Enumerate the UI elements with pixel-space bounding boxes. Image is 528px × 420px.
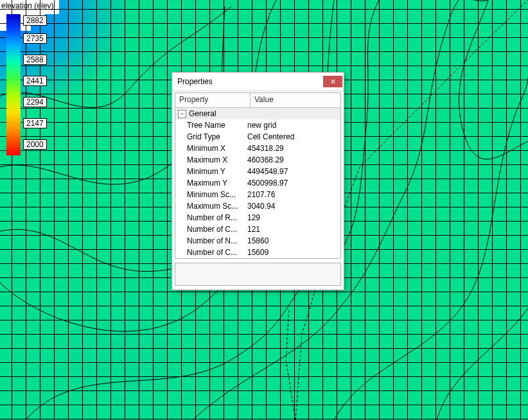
legend-tick: 2000	[23, 139, 47, 150]
property-name: Number of R...	[175, 213, 245, 222]
property-name: Maximum Y	[175, 179, 245, 188]
legend-tick: 2735	[23, 33, 47, 44]
window-title: Properties	[177, 77, 213, 86]
property-name: Maximum X	[175, 155, 245, 164]
property-value: new grid	[245, 121, 340, 130]
property-row[interactable]: Number of N...15860	[175, 235, 340, 247]
property-value: 4494548.97	[245, 167, 340, 176]
viewport: elevation (elev) 28822735258824412294214…	[0, 0, 528, 420]
property-name: Tree Name	[175, 121, 245, 130]
property-name: Minimum X	[175, 144, 245, 153]
property-value: 454318.29	[245, 144, 340, 153]
properties-grid[interactable]: Property Value − General Tree Namenew gr…	[175, 92, 341, 259]
legend-tick: 2882	[23, 15, 47, 26]
header-value[interactable]: Value	[251, 93, 340, 107]
legend-tick: 2294	[23, 97, 47, 107]
property-name: Number of C...	[175, 225, 245, 234]
color-legend: elevation (elev) 28822735258824412294214…	[1, 0, 53, 155]
property-name: Grid Type	[175, 132, 245, 141]
property-value: Cell Centered	[245, 132, 340, 141]
property-row[interactable]: Number of R...129	[175, 212, 340, 223]
property-value: 460368.29	[245, 155, 340, 164]
property-row[interactable]: Minimum Sc...2107.76	[175, 189, 340, 200]
property-row[interactable]: Minimum X454318.29	[175, 143, 340, 154]
property-row[interactable]: Minimum Y4494548.97	[175, 166, 340, 177]
header-property[interactable]: Property	[175, 93, 251, 107]
group-label: General	[189, 109, 216, 118]
titlebar[interactable]: Properties ✕	[172, 73, 344, 91]
collapse-icon[interactable]: −	[178, 110, 186, 118]
property-row[interactable]: Maximum X460368.29	[175, 154, 340, 166]
properties-body: Property Value − General Tree Namenew gr…	[172, 91, 344, 290]
property-row[interactable]: Tree Namenew grid	[175, 119, 340, 131]
property-name: Number of C...	[175, 248, 245, 257]
legend-title: elevation (elev)	[1, 0, 53, 13]
property-row[interactable]: Number of C...15609	[175, 247, 340, 258]
property-name: Minimum Sc...	[175, 190, 245, 199]
property-name: Maximum Sc...	[175, 202, 245, 211]
properties-description-pane	[175, 263, 341, 286]
property-row[interactable]: Maximum Y4500998.97	[175, 177, 340, 189]
property-name: Number of N...	[175, 236, 245, 245]
legend-colorbar	[6, 14, 21, 155]
property-row[interactable]: Maximum Sc...3040.94	[175, 200, 340, 212]
legend-tick: 2147	[23, 118, 47, 128]
property-row[interactable]: Grid TypeCell Centered	[175, 131, 340, 143]
close-icon: ✕	[330, 78, 336, 85]
group-general[interactable]: − General	[175, 108, 340, 119]
property-value: 129	[245, 213, 340, 222]
property-value: 121	[245, 225, 340, 234]
properties-header: Property Value	[175, 93, 340, 108]
legend-tick: 2441	[23, 76, 47, 86]
property-value: 4500998.97	[245, 179, 340, 188]
property-value: 2107.76	[245, 190, 340, 199]
property-value: 15860	[245, 236, 340, 245]
properties-window[interactable]: Properties ✕ Property Value − General Tr…	[172, 72, 344, 290]
property-value: 15609	[245, 248, 340, 257]
property-value: 3040.94	[245, 202, 340, 211]
legend-tick: 2588	[23, 55, 47, 65]
property-name: Minimum Y	[175, 167, 245, 176]
close-button[interactable]: ✕	[323, 76, 342, 87]
property-row[interactable]: Number of C...121	[175, 223, 340, 235]
properties-rows: Tree Namenew gridGrid TypeCell CenteredM…	[175, 119, 340, 258]
